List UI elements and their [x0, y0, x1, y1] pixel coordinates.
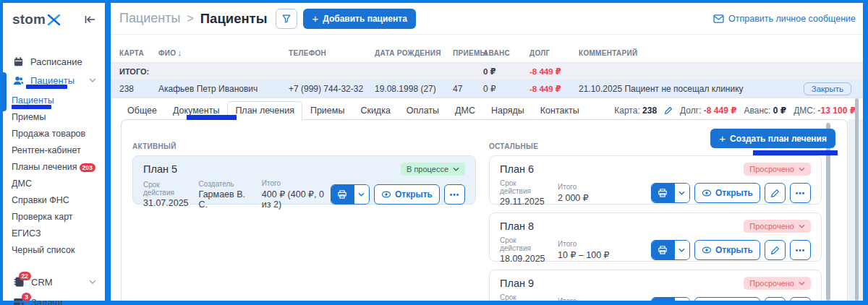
app-logo[interactable]: stom: [12, 12, 61, 27]
col-header-phone[interactable]: ТЕЛЕФОН: [289, 49, 375, 57]
col-header-advance[interactable]: АВАНС: [483, 49, 529, 57]
sidebar-item-patients[interactable]: Пациенты: [3, 71, 105, 90]
plus-icon: +: [719, 132, 726, 145]
printer-icon[interactable]: [652, 298, 674, 301]
sidebar-subitem-xray[interactable]: Рентген-кабинет: [12, 142, 105, 159]
printer-icon[interactable]: [652, 241, 674, 259]
page-header: Пациенты > Пациенты + Добавить пациента …: [111, 3, 863, 35]
printer-icon[interactable]: [331, 185, 354, 204]
sidebar-subitem-egisz[interactable]: ЕГИСЗ: [12, 225, 105, 242]
add-patient-button[interactable]: + Добавить пациента: [303, 9, 415, 29]
calendar-icon: [13, 56, 24, 67]
sidebar-nav: Расписание Пациенты Пациенты Приемы Прод…: [3, 52, 105, 305]
tab-general[interactable]: Общее: [119, 101, 165, 120]
patient-visits: 47: [453, 84, 483, 94]
sidebar-submenu: Пациенты Приемы Продажа товаров Рентген-…: [3, 90, 105, 260]
open-plan-button[interactable]: Открыть: [694, 297, 760, 301]
open-plan-button[interactable]: Открыть: [374, 184, 440, 205]
patient-summary: Карта: 238 Долг: -8 449 ₽ Аванс: 0 ₽ ДМС…: [614, 106, 856, 120]
sidebar-subitem-sales[interactable]: Продажа товаров: [12, 126, 105, 142]
plan-status-dropdown[interactable]: Просрочено: [744, 220, 811, 233]
plan-more-button[interactable]: •••: [444, 184, 465, 205]
sidebar-item-schedule[interactable]: Расписание: [3, 52, 105, 71]
filter-button[interactable]: [276, 9, 297, 29]
plan-status-dropdown[interactable]: Просрочено: [744, 277, 811, 290]
chevron-down-icon: [799, 224, 805, 228]
sidebar-item-crm[interactable]: 22 CRM: [3, 272, 105, 292]
crm-count-badge: 22: [19, 272, 31, 280]
plan-term: 29.11.2025: [500, 197, 546, 207]
edit-plan-button[interactable]: [765, 240, 786, 260]
col-header-debt[interactable]: ДОЛГ: [529, 49, 579, 57]
col-header-comment[interactable]: КОММЕНТАРИЙ: [579, 49, 793, 57]
print-split-button[interactable]: [651, 297, 690, 301]
panel-scrollbar[interactable]: [826, 123, 830, 301]
tab-treatment-plan[interactable]: План лечения: [227, 101, 302, 120]
eye-icon: [381, 191, 391, 198]
sidebar-item-tasks[interactable]: 3 Задачи: [3, 292, 105, 305]
sidebar-subitem-fns[interactable]: Справки ФНС: [12, 192, 105, 209]
sidebar-subitem-appointments[interactable]: Приемы: [12, 109, 105, 126]
patient-debt: -8 449 ₽: [529, 84, 579, 94]
tab-payments[interactable]: Оплаты: [399, 101, 447, 120]
breadcrumb-separator: >: [187, 12, 193, 25]
sidebar-item-label: Задачи: [31, 297, 63, 305]
edit-card-icon[interactable]: [664, 106, 673, 115]
tab-dms[interactable]: ДМС: [447, 101, 483, 120]
open-plan-button[interactable]: Открыть: [694, 240, 760, 260]
send-message-link[interactable]: Отправить личное сообщение: [713, 14, 856, 24]
col-header-card[interactable]: КАРТА: [119, 49, 158, 57]
create-plan-button[interactable]: + Создать план лечения: [710, 129, 835, 148]
annotation-underline-create: [753, 150, 838, 155]
totals-debt: -8 449 ₽: [529, 66, 579, 77]
sidebar-collapse-icon[interactable]: [85, 14, 96, 25]
page-scrollbar[interactable]: [855, 98, 859, 301]
patient-row[interactable]: 238 Акафьев Петр Иванович +7 (999) 744-3…: [111, 80, 863, 98]
edit-plan-button[interactable]: [765, 297, 786, 301]
plan-total: 400 ₽ (400 ₽, 0 из 2): [262, 189, 331, 210]
sidebar-subitem-blacklist[interactable]: Черный список: [12, 242, 105, 259]
plan-more-button[interactable]: •••: [790, 297, 811, 301]
chevron-down-icon[interactable]: [674, 298, 689, 301]
tab-orders[interactable]: Наряды: [483, 101, 532, 120]
sidebar-subitem-dms[interactable]: ДМС: [12, 176, 105, 192]
print-split-button[interactable]: [651, 183, 690, 203]
plan-status-dropdown[interactable]: Просрочено: [744, 163, 811, 176]
col-header-birthdate[interactable]: ДАТА РОЖДЕНИЯ: [375, 49, 453, 57]
breadcrumb-parent[interactable]: Пациенты: [119, 11, 180, 26]
plan-more-button[interactable]: •••: [790, 240, 811, 260]
print-split-button[interactable]: [651, 240, 690, 260]
eye-icon: [702, 246, 712, 254]
print-split-button[interactable]: [331, 184, 370, 205]
printer-icon[interactable]: [652, 184, 674, 202]
open-plan-button[interactable]: Открыть: [694, 183, 760, 203]
sidebar-subitem-patients[interactable]: Пациенты: [12, 93, 105, 109]
patient-comment: 21.10.2025 Пациент не посещал клинику: [579, 84, 793, 94]
patients-table: КАРТА ФИО↓ ТЕЛЕФОН ДАТА РОЖДЕНИЯ ПРИЕМЫ …: [111, 43, 863, 98]
chevron-down-icon[interactable]: [354, 185, 369, 204]
chevron-down-icon[interactable]: [674, 241, 689, 259]
tab-appointments[interactable]: Приемы: [302, 101, 352, 120]
col-header-fio[interactable]: ФИО↓: [158, 48, 289, 57]
chevron-down-icon: [89, 280, 96, 284]
annotation-underline-tab: [187, 115, 237, 120]
chevron-down-icon[interactable]: [674, 184, 689, 202]
close-patient-button[interactable]: Закрыть: [804, 82, 851, 95]
plan-more-button[interactable]: •••: [790, 183, 811, 203]
person-icon: [13, 75, 24, 86]
sidebar-subitem-treatment-plans[interactable]: Планы лечения 203: [12, 159, 105, 176]
plan-status-dropdown[interactable]: В процессе: [401, 163, 465, 176]
edit-plan-button[interactable]: [765, 183, 786, 203]
sidebar-main-divider: [105, 3, 111, 301]
chevron-down-icon: [799, 167, 805, 171]
patient-birthdate: 19.08.1998 (27): [375, 84, 453, 94]
col-header-visits[interactable]: ПРИЕМЫ: [453, 49, 483, 57]
tab-contacts[interactable]: Контакты: [532, 101, 587, 120]
tab-discount[interactable]: Скидка: [352, 101, 398, 120]
chevron-down-icon: [453, 167, 459, 171]
logo-text: stom: [12, 12, 46, 27]
plan-card: План 9 Просрочено Срок действия23.10.202…: [489, 270, 822, 301]
sidebar-subitem-card-check[interactable]: Проверка карт: [12, 209, 105, 225]
totals-advance: 0 ₽: [483, 66, 529, 77]
plan-title: План 9: [500, 278, 534, 289]
